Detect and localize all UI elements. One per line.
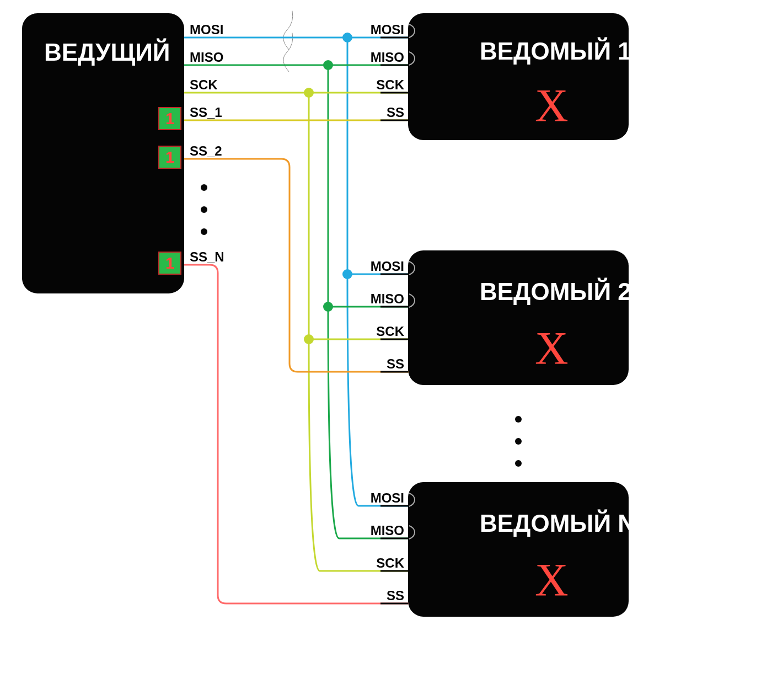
svg-rect-21	[408, 250, 629, 385]
svg-point-13	[201, 184, 207, 191]
svg-point-26	[515, 416, 522, 423]
slave1-pin-sck: SCK	[376, 77, 404, 92]
master-ellipsis	[201, 184, 207, 235]
wire-ssn	[184, 265, 408, 603]
slave-2-disabled-icon: X	[535, 323, 569, 374]
svg-text:1: 1	[165, 109, 175, 127]
svg-text:1: 1	[165, 254, 175, 272]
break-marks	[283, 11, 293, 72]
slaven-pin-miso: MISO	[371, 523, 404, 538]
svg-point-2	[323, 60, 333, 70]
slave1-pin-miso: MISO	[371, 50, 404, 65]
slave-1-title: ВЕДОМЫЙ 1	[480, 37, 631, 65]
master-title: ВЕДУЩИЙ	[44, 38, 170, 66]
slave-n-disabled-icon: X	[535, 554, 569, 606]
ss-tag-2: 1	[159, 146, 181, 168]
slaven-pin-mosi: MOSI	[371, 490, 404, 505]
svg-point-0	[342, 33, 352, 42]
master-pin-ss1: SS_1	[190, 105, 222, 120]
svg-point-14	[201, 206, 207, 213]
ss-tag-1: 1	[159, 108, 181, 130]
svg-point-4	[304, 88, 314, 98]
slave2-pin-ss: SS	[387, 356, 404, 371]
slaven-pin-sck: SCK	[376, 555, 404, 570]
spi-diagram: ВЕДУЩИЙ MOSI MISO SCK SS_1 SS_2 SS_N 1 1…	[0, 0, 772, 700]
slave2-pin-sck: SCK	[376, 324, 404, 339]
svg-text:1: 1	[165, 148, 175, 166]
slaves-ellipsis	[515, 416, 522, 467]
svg-point-1	[342, 269, 352, 279]
svg-point-5	[304, 334, 314, 344]
slave-2-block: ВЕДОМЫЙ 2 X MOSI MISO SCK SS	[371, 250, 631, 385]
slave1-pin-ss: SS	[387, 105, 404, 120]
svg-rect-29	[408, 482, 629, 617]
slave-1-disabled-icon: X	[535, 80, 569, 131]
svg-point-3	[323, 302, 333, 312]
master-pin-ssn: SS_N	[190, 249, 224, 264]
slave-1-block: ВЕДОМЫЙ 1 X MOSI MISO SCK SS	[371, 13, 631, 140]
slave-n-title: ВЕДОМЫЙ N	[480, 509, 635, 537]
slave-2-title: ВЕДОМЫЙ 2	[480, 277, 631, 305]
master-pin-miso: MISO	[190, 50, 223, 65]
master-pin-mosi: MOSI	[190, 22, 223, 37]
svg-point-15	[201, 228, 207, 235]
master-pin-ss2: SS_2	[190, 143, 222, 158]
svg-point-27	[515, 438, 522, 445]
slave2-pin-miso: MISO	[371, 291, 404, 306]
slave2-pin-mosi: MOSI	[371, 259, 404, 274]
ss-tag-n: 1	[159, 252, 181, 274]
wire-layer	[184, 11, 408, 603]
slave1-pin-mosi: MOSI	[371, 22, 404, 37]
master-block: ВЕДУЩИЙ MOSI MISO SCK SS_1 SS_2 SS_N 1 1…	[22, 13, 224, 293]
slaven-pin-ss: SS	[387, 588, 404, 603]
svg-point-28	[515, 460, 522, 467]
master-pin-sck: SCK	[190, 77, 218, 92]
slave-n-block: ВЕДОМЫЙ N X MOSI MISO SCK SS	[371, 482, 635, 617]
svg-rect-16	[408, 13, 629, 140]
